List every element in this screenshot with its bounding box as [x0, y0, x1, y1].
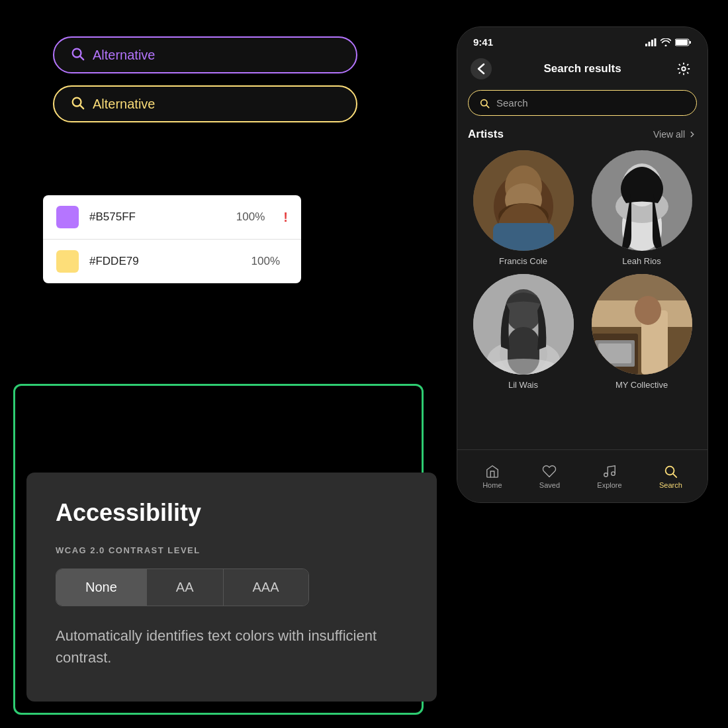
status-bar: 9:41: [457, 27, 707, 53]
color-warning-icon: !: [283, 210, 288, 225]
nav-item-saved[interactable]: Saved: [539, 464, 560, 489]
chevron-right-icon: [688, 130, 697, 139]
phone-search-placeholder: Search: [496, 97, 528, 109]
color-hex-yellow: #FDDE79: [89, 255, 241, 268]
search-bar-yellow[interactable]: Alternative: [53, 85, 357, 122]
nav-item-home[interactable]: Home: [482, 464, 502, 489]
status-icons: [645, 38, 692, 46]
nav-item-explore[interactable]: Explore: [597, 464, 621, 489]
color-swatch-purple: [56, 206, 79, 228]
svg-rect-20: [493, 223, 554, 251]
accessibility-panel: Accessibility WCAG 2.0 CONTRAST LEVEL No…: [26, 473, 437, 702]
search-icon-yellow: [70, 95, 85, 113]
search-bar-yellow-text: Alternative: [93, 97, 156, 112]
artist-photo-leah: [592, 150, 692, 251]
svg-rect-40: [598, 343, 631, 363]
artist-name-francis: Francis Cole: [499, 256, 547, 266]
wifi-icon: [660, 38, 671, 46]
artist-name-mycollective: MY Collective: [615, 380, 668, 390]
search-icon-purple: [70, 46, 85, 64]
svg-line-13: [486, 105, 489, 108]
svg-point-42: [612, 471, 615, 475]
artist-item-leah[interactable]: Leah Rios: [586, 150, 697, 266]
svg-rect-10: [690, 41, 692, 44]
contrast-level-buttons: None AA AAA: [56, 569, 309, 606]
nav-label-explore: Explore: [597, 481, 621, 489]
search-bar-purple[interactable]: Alternative: [53, 36, 357, 73]
color-swatch-yellow: [56, 250, 79, 273]
artist-avatar-mycollective: [592, 274, 692, 375]
color-opacity-yellow: 100%: [251, 255, 280, 268]
artist-name-leah: Leah Rios: [622, 256, 661, 266]
svg-rect-9: [676, 40, 688, 45]
contrast-btn-aa[interactable]: AA: [147, 569, 224, 606]
search-bars-section: Alternative Alternative: [53, 36, 357, 122]
accessibility-title: Accessibility: [56, 499, 408, 527]
phone-search-bar[interactable]: Search: [468, 90, 697, 116]
artist-item-mycollective[interactable]: MY Collective: [586, 274, 697, 390]
signal-icon: [645, 38, 657, 46]
music-icon: [602, 464, 617, 478]
artist-avatar-leah: [592, 150, 692, 251]
view-all-link[interactable]: View all: [653, 129, 697, 140]
contrast-btn-none[interactable]: None: [56, 569, 147, 606]
artist-avatar-francis: [473, 150, 574, 251]
artist-photo-francis: [473, 150, 574, 251]
svg-line-1: [80, 56, 83, 60]
artist-avatar-lilwais: [473, 274, 574, 375]
svg-line-44: [673, 474, 676, 477]
artist-item-francis[interactable]: Francis Cole: [468, 150, 578, 266]
color-row-yellow: #FDDE79 100%: [43, 240, 301, 283]
nav-label-saved: Saved: [539, 481, 560, 489]
color-swatches-panel: #B575FF 100% ! #FDDE79 100%: [43, 195, 301, 283]
svg-point-41: [604, 473, 608, 477]
phone-header-title: Search results: [543, 62, 621, 75]
svg-rect-6: [651, 40, 653, 46]
svg-point-11: [682, 67, 686, 71]
settings-button[interactable]: [673, 58, 694, 79]
color-row-purple: #B575FF 100% !: [43, 195, 301, 240]
artists-label: Artists: [468, 128, 504, 141]
back-arrow-icon: [477, 63, 485, 75]
back-button[interactable]: [471, 58, 492, 79]
artist-item-lilwais[interactable]: Lil Wais: [468, 274, 578, 390]
artist-photo-mycollective: [592, 274, 692, 375]
svg-rect-7: [655, 38, 657, 46]
artist-name-lilwais: Lil Wais: [508, 380, 538, 390]
battery-icon: [675, 38, 692, 46]
wcag-label: WCAG 2.0 CONTRAST LEVEL: [56, 545, 408, 555]
svg-point-32: [490, 359, 557, 375]
nav-label-home: Home: [482, 481, 502, 489]
status-time: 9:41: [473, 36, 493, 48]
artists-header: Artists View all: [457, 125, 707, 150]
svg-rect-5: [649, 42, 651, 46]
search-nav-icon: [663, 464, 678, 478]
color-hex-purple: #B575FF: [89, 210, 226, 224]
phone-search-icon: [479, 98, 490, 109]
artist-photo-lilwais: [473, 274, 574, 375]
nav-label-search: Search: [659, 481, 682, 489]
artists-grid: Francis Cole Leah Rios: [457, 150, 707, 390]
heart-icon: [542, 464, 557, 478]
svg-line-3: [80, 105, 83, 109]
phone-header: Search results: [457, 53, 707, 87]
nav-item-search[interactable]: Search: [659, 464, 682, 489]
svg-point-37: [635, 296, 661, 325]
bottom-nav: Home Saved Explore Search: [457, 449, 707, 502]
gear-icon: [676, 62, 691, 76]
phone-mockup: 9:41: [457, 26, 708, 503]
search-bar-purple-text: Alternative: [93, 48, 156, 63]
accessibility-description: Automatically identifies text colors wit…: [56, 625, 400, 668]
color-opacity-purple: 100%: [236, 210, 265, 224]
view-all-text: View all: [653, 129, 685, 140]
svg-rect-4: [645, 44, 647, 46]
home-icon: [485, 464, 500, 478]
contrast-btn-aaa[interactable]: AAA: [224, 569, 308, 606]
